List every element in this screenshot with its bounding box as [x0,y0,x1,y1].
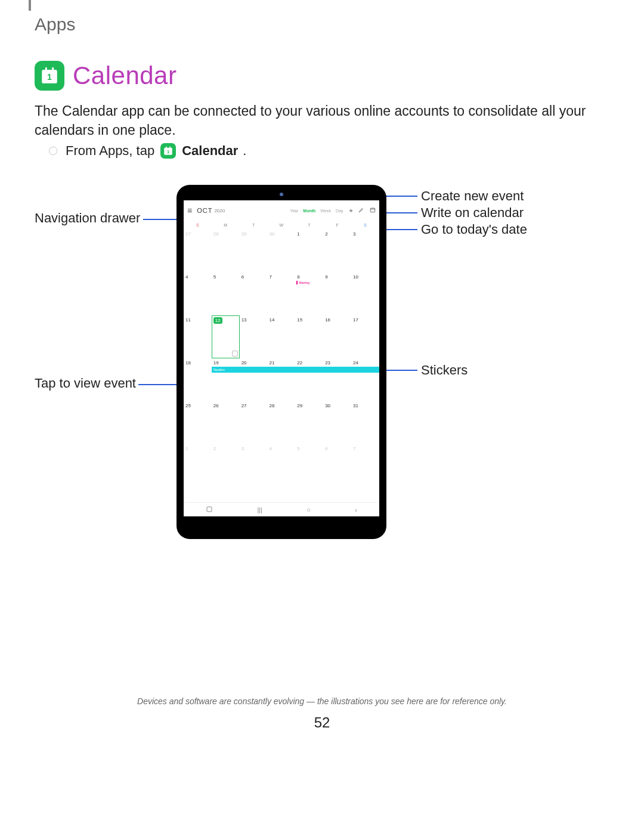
calendar-cell[interactable]: 17 [351,315,379,358]
dayhead-sun: S [184,221,212,230]
calendar-cell[interactable]: 11 [184,315,212,358]
date-number: 25 [185,403,191,408]
calendar-cell[interactable]: 21 [267,358,295,401]
date-number: 4 [269,446,271,451]
calendar-month[interactable]: OCT [197,207,212,214]
calendar-cell[interactable]: 9 [323,272,351,315]
date-number: 6 [325,446,327,451]
date-number: 6 [242,274,244,280]
tablet-screen: ≡ OCT 2020 Year Month Week Day + S M [184,200,379,516]
date-number: 10 [353,274,358,280]
date-number: 2 [213,446,216,451]
header-decoration [29,0,31,11]
date-number: 29 [297,403,302,408]
calendar-cell[interactable]: 4 [267,444,295,487]
sticker-icon[interactable] [232,351,238,357]
calendar-cell[interactable]: 4 [184,272,212,315]
calendar-cell[interactable]: 31 [351,401,379,444]
calendar-cell[interactable]: 14 [267,315,295,358]
tablet-mockup: ≡ OCT 2020 Year Month Week Day + S M [177,185,386,539]
instruction-app-name: Calendar [182,143,238,159]
date-number: 4 [185,274,188,280]
callout-today-date: Go to today's date [421,222,527,237]
nav-home-icon[interactable]: ○ [306,506,311,513]
calendar-cell[interactable]: 26 [212,401,240,444]
calendar-cell[interactable]: 27 [184,230,212,272]
calendar-cell[interactable]: 3 [351,230,379,272]
calendar-cell[interactable]: 24 [351,358,379,401]
date-number: 16 [325,317,330,323]
calendar-cell[interactable]: 1 [295,230,323,272]
calendar-cell[interactable]: 5 [212,272,240,315]
date-number: 7 [269,274,271,280]
nav-recents-icon[interactable] [206,506,213,514]
tab-day[interactable]: Day [336,209,343,213]
nav-back-icon[interactable]: ‹ [355,506,357,513]
dayhead-tue: T [240,221,268,230]
tab-month[interactable]: Month [303,209,315,213]
calendar-cell[interactable]: 30 [267,230,295,272]
calendar-cell[interactable]: 13 [240,315,268,358]
date-number: 1 [297,231,299,237]
date-number: 26 [213,403,219,408]
calendar-cell[interactable]: 20 [240,358,268,401]
svg-rect-8 [370,208,375,212]
date-number: 18 [185,360,191,366]
calendar-cell[interactable]: 27 [240,401,268,444]
calendar-cell[interactable]: 3 [240,444,268,487]
calendar-cell[interactable]: 29 [240,230,268,272]
calendar-cell[interactable]: 28 [267,401,295,444]
calendar-week-row: 18192021222324Vacation [184,358,379,401]
hamburger-icon[interactable]: ≡ [187,206,192,215]
calendar-cell[interactable]: 15 [295,315,323,358]
calendar-year: 2020 [214,208,225,213]
svg-rect-5 [166,147,167,149]
calendar-app-icon: 1 [35,61,64,91]
calendar-cell[interactable]: 18 [184,358,212,401]
calendar-cell[interactable]: 2 [323,230,351,272]
calendar-cell[interactable]: 28 [212,230,240,272]
event-bar[interactable]: Vacation [212,367,379,373]
calendar-week-row: 25262728293031 [184,401,379,444]
svg-rect-10 [207,507,212,512]
dayhead-fri: F [323,221,351,230]
calendar-cell[interactable]: 12 [212,315,240,358]
callout-navigation-drawer: Navigation drawer [35,210,140,226]
callout-stickers: Stickers [421,363,467,378]
callout-write-calendar: Write on calendar [421,205,524,221]
tab-week[interactable]: Week [320,209,331,213]
calendar-cell[interactable]: 2 [212,444,240,487]
write-icon[interactable] [358,207,364,214]
calendar-cell[interactable]: 23 [323,358,351,401]
calendar-cell[interactable]: 7 [351,444,379,487]
add-event-icon[interactable]: + [349,207,353,214]
date-number: 31 [353,403,358,408]
tab-year[interactable]: Year [290,209,298,213]
calendar-cell[interactable]: 1 [184,444,212,487]
calendar-cell[interactable]: 16 [323,315,351,358]
date-number: 21 [269,360,274,366]
calendar-cell[interactable]: 6 [323,444,351,487]
date-number: 27 [185,231,191,237]
calendar-cell[interactable]: 22 [295,358,323,401]
calendar-cell[interactable]: 7 [267,272,295,315]
calendar-cell[interactable]: 5 [295,444,323,487]
date-number: 5 [213,274,216,280]
tablet-nav-bar: ||| ○ ‹ [184,502,379,516]
event-label[interactable]: Meeting [296,281,309,284]
svg-rect-2 [52,67,54,72]
calendar-cell[interactable]: 19 [212,358,240,401]
calendar-cell[interactable]: 6 [240,272,268,315]
svg-rect-1 [45,67,47,72]
calendar-cell[interactable]: 8Meeting [295,272,323,315]
date-number: 28 [213,231,219,237]
calendar-cell[interactable]: 25 [184,401,212,444]
today-icon[interactable] [370,207,376,214]
calendar-cell[interactable]: 30 [323,401,351,444]
date-number: 14 [269,317,274,323]
calendar-cell[interactable]: 29 [295,401,323,444]
calendar-cell[interactable]: 10 [351,272,379,315]
instruction-row: From Apps, tap 1 Calendar. [49,143,246,159]
nav-recents-icon[interactable]: ||| [257,506,262,513]
svg-rect-6 [169,147,171,149]
